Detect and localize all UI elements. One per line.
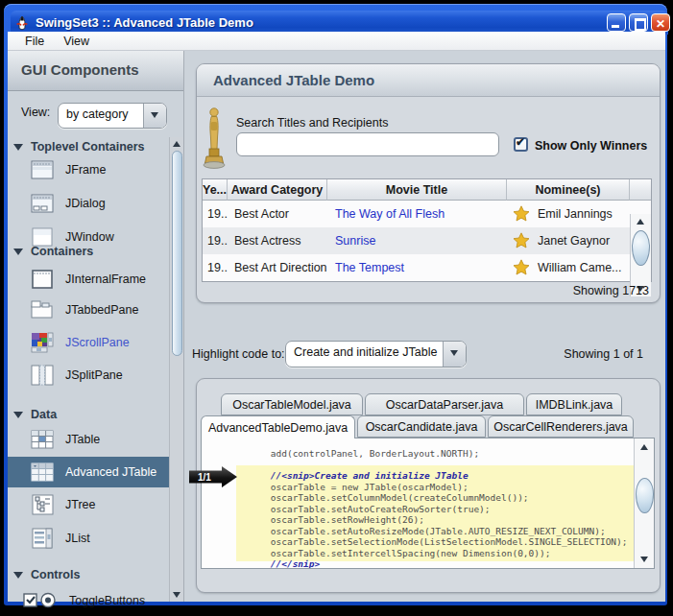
view-combobox-value: by category bbox=[59, 104, 143, 128]
demo-panel-header: Advanced JTable Demo bbox=[197, 64, 660, 97]
sidebar-scrollbar-thumb[interactable] bbox=[172, 151, 182, 356]
code-viewport[interactable]: add(controlPanel, BorderLayout.NORTH); /… bbox=[201, 438, 655, 569]
scroll-up-icon[interactable] bbox=[640, 444, 648, 450]
demo-title: Advanced JTable Demo bbox=[213, 72, 374, 88]
jlist-icon bbox=[29, 526, 56, 551]
sidebar-item-jsplitpane[interactable]: JSplitPane bbox=[8, 359, 169, 391]
menu-file[interactable]: File bbox=[15, 35, 54, 48]
section-collapse-icon bbox=[13, 572, 23, 579]
column-header-nominees[interactable]: Nominee(s) bbox=[507, 179, 630, 201]
oscar-table-body: 19... Best Actor The Way of All Flesh Em… bbox=[203, 201, 651, 281]
highlight-code-value: Create and initialize JTable bbox=[286, 342, 443, 367]
sidebar-item-jinternalframe[interactable]: JInternalFrame bbox=[8, 263, 169, 296]
code-line: oscarTable.setColumnModel(createColumnMo… bbox=[227, 492, 654, 504]
sidebar-section-controls[interactable]: Controls bbox=[8, 565, 169, 584]
sidebar-item-jtabbedpane[interactable]: JTabbedPane bbox=[8, 294, 169, 326]
section-label: Data bbox=[31, 408, 57, 421]
code-line: oscarTable = new JTable(oscarModel); bbox=[227, 482, 654, 493]
app-duke-icon bbox=[14, 15, 30, 31]
code-line: add(controlPanel, BorderLayout.NORTH); bbox=[227, 448, 654, 460]
code-line: oscarTable.setRowHeight(26); bbox=[227, 514, 654, 526]
item-label: JScrollPane bbox=[65, 336, 130, 349]
menu-bar: File View bbox=[8, 32, 665, 51]
menu-view[interactable]: View bbox=[54, 35, 99, 48]
code-line: oscarTable.setAutoResizeMode(JTable.AUTO… bbox=[227, 526, 654, 537]
sidebar-scrollbar[interactable] bbox=[169, 137, 183, 602]
highlight-combobox-arrow[interactable] bbox=[443, 342, 466, 367]
sidebar-section-containers[interactable]: Containers bbox=[8, 242, 169, 261]
cell-movie-link[interactable]: The Way of All Flesh bbox=[327, 207, 507, 221]
oscar-statue-icon bbox=[203, 106, 226, 173]
column-header-year[interactable]: Ye... bbox=[203, 179, 228, 201]
togglebuttons-icon bbox=[21, 588, 60, 613]
item-label: JTree bbox=[65, 498, 96, 511]
section-label: Containers bbox=[31, 245, 93, 258]
column-header-movie-title[interactable]: Movie Title bbox=[327, 179, 507, 201]
sidebar-item-advanced-jtable[interactable]: Advanced JTable bbox=[8, 457, 169, 487]
jinternalframe-icon bbox=[29, 267, 56, 292]
jtabbedpane-icon bbox=[29, 297, 56, 322]
snippet-marker-label: 1/1 bbox=[198, 472, 211, 483]
table-row[interactable]: 19... Best Actress Sunrise Janet Gaynor bbox=[203, 227, 651, 254]
code-line-comment: //<snip>Create and initialize JTable bbox=[227, 470, 654, 482]
item-label: JList bbox=[65, 532, 90, 545]
scroll-down-icon[interactable] bbox=[640, 557, 648, 562]
tab-oscartablemodel[interactable]: OscarTableModel.java bbox=[221, 393, 363, 415]
chevron-down-icon bbox=[450, 350, 458, 356]
scroll-up-icon[interactable] bbox=[637, 219, 644, 225]
sidebar-item-jtable[interactable]: JTable bbox=[8, 423, 169, 456]
maximize-button[interactable] bbox=[629, 13, 648, 32]
cell-year: 19... bbox=[203, 207, 228, 221]
highlight-code-combobox[interactable]: Create and initialize JTable bbox=[285, 341, 467, 367]
view-combobox-arrow[interactable] bbox=[143, 104, 166, 128]
table-scrollbar-thumb[interactable] bbox=[632, 230, 650, 266]
sidebar-section-data[interactable]: Data bbox=[8, 405, 169, 424]
code-vscrollbar[interactable] bbox=[634, 438, 654, 568]
code-vscrollbar-thumb[interactable] bbox=[636, 478, 654, 513]
item-label: JSplitPane bbox=[65, 368, 123, 382]
sidebar-item-jtree[interactable]: JTree bbox=[8, 488, 169, 521]
show-only-winners-checkbox[interactable] bbox=[514, 137, 528, 152]
snippet-status: Showing 1 of 1 bbox=[543, 347, 643, 361]
advanced-jtable-icon bbox=[29, 460, 56, 485]
tab-advancedtabledemo[interactable]: AdvancedTableDemo.java bbox=[201, 415, 355, 438]
scroll-down-icon[interactable] bbox=[173, 592, 180, 598]
section-collapse-icon bbox=[13, 249, 23, 255]
cell-category: Best Actor bbox=[228, 207, 327, 221]
tab-oscarcellrenderers[interactable]: OscarCellRenderers.java bbox=[488, 415, 634, 438]
item-label: JDialog bbox=[65, 197, 106, 210]
table-row[interactable]: 19... Best Art Direction The Tempest Wil… bbox=[203, 254, 651, 281]
tab-imdblink[interactable]: IMDBLink.java bbox=[526, 393, 622, 415]
tab-oscardataparser[interactable]: OscarDataParser.java bbox=[365, 393, 524, 415]
jdialog-icon bbox=[29, 191, 56, 216]
cell-movie-link[interactable]: The Tempest bbox=[327, 261, 507, 274]
view-combobox[interactable]: by category bbox=[58, 103, 167, 129]
cell-movie-link[interactable]: Sunrise bbox=[327, 234, 507, 248]
highlight-code-label: Highlight code to: bbox=[192, 347, 285, 361]
sidebar-item-jframe[interactable]: JFrame bbox=[8, 154, 169, 186]
cell-nominee: Janet Gaynor bbox=[507, 231, 630, 250]
sidebar-item-jdialog[interactable]: JDialog bbox=[8, 187, 169, 220]
view-label: View: bbox=[21, 106, 50, 119]
table-row[interactable]: 19... Best Actor The Way of All Flesh Em… bbox=[203, 201, 651, 227]
window-title: SwingSet3 :: Advanced JTable Demo bbox=[36, 15, 253, 30]
sidebar-item-jlist[interactable]: JList bbox=[8, 522, 169, 555]
cell-year: 19... bbox=[203, 261, 228, 274]
sidebar-item-togglebuttons[interactable]: ToggleButtons bbox=[8, 584, 169, 616]
column-header-award-category[interactable]: Award Category bbox=[228, 179, 327, 201]
sidebar-header: GUI Components bbox=[8, 51, 183, 91]
scroll-up-icon[interactable] bbox=[173, 141, 180, 147]
section-label: Toplevel Containers bbox=[31, 140, 145, 154]
code-line: oscarTable.setAutoCreateRowSorter(true); bbox=[227, 504, 654, 515]
search-input[interactable] bbox=[236, 132, 499, 156]
minimize-button[interactable] bbox=[607, 13, 626, 32]
winner-star-icon bbox=[512, 231, 531, 250]
item-label: ToggleButtons bbox=[69, 594, 145, 607]
table-status: Showing 1713 bbox=[538, 284, 649, 297]
close-button[interactable]: ✕ bbox=[651, 13, 670, 32]
tab-oscarcandidate[interactable]: OscarCandidate.java bbox=[357, 415, 486, 438]
sidebar-item-jscrollpane[interactable]: JScrollPane bbox=[8, 326, 169, 359]
oscar-table-header: Ye... Award Category Movie Title Nominee… bbox=[203, 179, 651, 201]
sidebar-header-title: GUI Components bbox=[21, 61, 139, 78]
cell-nominee: William Came... bbox=[507, 258, 630, 277]
